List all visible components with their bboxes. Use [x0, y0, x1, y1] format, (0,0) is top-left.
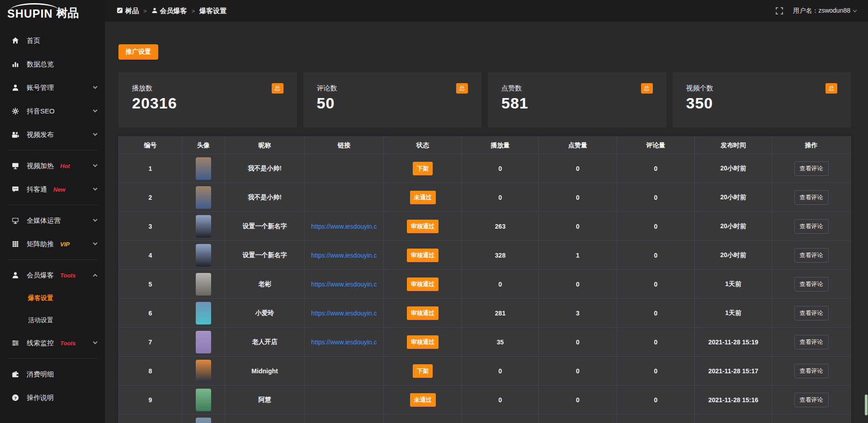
sidebar-item-account-manage[interactable]: 账号管理: [0, 76, 105, 99]
cell-comments: 0: [617, 299, 695, 328]
sidebar-item-label: 全媒体运营: [27, 216, 61, 225]
avatar[interactable]: [196, 389, 211, 411]
view-comments-button[interactable]: 查看评论: [794, 306, 829, 320]
cell-comments: 0: [617, 212, 695, 241]
cell-time: 2021-11-28 15:16: [695, 385, 772, 414]
cell-comments: 0: [617, 154, 695, 183]
avatar[interactable]: [196, 215, 211, 238]
cell-status: 未通过: [384, 183, 462, 212]
scrollbar-thumb[interactable]: [865, 395, 868, 415]
avatar[interactable]: [196, 331, 211, 353]
sidebar-item-video-publish[interactable]: 视频发布: [0, 123, 105, 146]
avatar[interactable]: [196, 244, 211, 267]
topbar: 树品 > 会员爆客 > 爆客设置 用户名：zswodun88: [105, 0, 868, 22]
cell-nickname: 我不是小帅!: [225, 154, 305, 183]
fullscreen-icon[interactable]: [776, 7, 783, 14]
sidebar-subitem-activity-settings[interactable]: 活动设置: [0, 309, 105, 331]
sidebar-item-media-operation[interactable]: 全媒体运营: [0, 209, 105, 232]
sidebar-item-consume-detail[interactable]: 消费明细: [0, 362, 105, 386]
view-comments-button[interactable]: 查看评论: [794, 335, 829, 349]
cell-id: 7: [119, 328, 182, 357]
stats-row: 播放数 20316 总 评论数 50 总 点赞数 581 总 视频个数 350 …: [118, 72, 851, 127]
sidebar-item-matrix-boost[interactable]: 矩阵助推 VIP: [0, 232, 105, 256]
status-badge[interactable]: 下架: [413, 162, 433, 175]
avatar[interactable]: [196, 360, 211, 382]
cell-action: 查看评论: [772, 270, 851, 299]
column-header: 操作: [772, 137, 851, 154]
sidebar: SHUPIN 树品 首页 数据总览 账号管理 抖音SEO 视频发布 视频加热: [0, 0, 105, 423]
sidebar-item-label: 数据总览: [27, 60, 54, 69]
cell-link: [305, 154, 384, 183]
wallet-icon: [11, 370, 20, 379]
video-link[interactable]: https://www.iesdouyin.c: [311, 338, 377, 346]
avatar[interactable]: [196, 186, 211, 209]
cell-link: https://www.iesdouyin.c: [305, 270, 384, 299]
view-comments-button[interactable]: 查看评论: [794, 161, 829, 176]
sidebar-item-clue-monitor[interactable]: 线索监控 Tools: [0, 331, 105, 355]
sidebar-item-data-overview[interactable]: 数据总览: [0, 52, 105, 76]
video-link[interactable]: https://www.iesdouyin.c: [311, 252, 377, 259]
cell-nickname: 小爱玲: [225, 299, 305, 328]
cell-likes: 0: [539, 328, 617, 357]
brand-name-cn: 树品: [56, 3, 79, 20]
view-comments-button[interactable]: 查看评论: [794, 190, 829, 205]
cell-time: 2021-11-28 15:17: [695, 357, 772, 385]
cell-plays: 0: [462, 270, 539, 299]
view-comments-button[interactable]: 查看评论: [794, 364, 829, 378]
cell-id: 4: [119, 241, 182, 270]
sidebar-item-home[interactable]: 首页: [0, 29, 105, 52]
avatar[interactable]: [196, 157, 211, 180]
status-badge[interactable]: 审核通过: [407, 220, 439, 233]
video-link[interactable]: https://www.iesdouyin.c: [311, 310, 377, 317]
cell-id: 8: [119, 357, 182, 385]
status-badge[interactable]: 审核通过: [407, 249, 439, 262]
cell-action: 查看评论: [772, 357, 851, 385]
cell-status: [384, 414, 462, 423]
sidebar-item-label: 操作说明: [27, 394, 54, 402]
sidebar-item-douketong[interactable]: 抖客通 New: [0, 178, 105, 201]
breadcrumb-item-home[interactable]: 树品: [117, 7, 139, 15]
user-menu[interactable]: 用户名：zswodun88: [793, 7, 856, 15]
avatar[interactable]: [196, 273, 211, 296]
status-badge[interactable]: 审核通过: [407, 277, 439, 291]
view-comments-button[interactable]: 查看评论: [794, 393, 829, 407]
column-header: 头像: [182, 137, 225, 154]
status-badge[interactable]: 未通过: [410, 191, 436, 204]
promo-settings-button[interactable]: 推广设置: [118, 44, 158, 60]
video-link[interactable]: https://www.iesdouyin.c: [311, 223, 377, 230]
sidebar-item-label: 视频发布: [27, 131, 54, 139]
breadcrumb-item-member[interactable]: 会员爆客: [151, 7, 187, 15]
status-badge[interactable]: 未通过: [410, 393, 436, 407]
view-comments-button[interactable]: 查看评论: [794, 277, 829, 291]
avatar[interactable]: [196, 418, 211, 423]
table-row: 1 我不是小帅! 下架 0 0 0 20小时前 查看评论: [119, 154, 851, 183]
sidebar-item-member-baoke[interactable]: 会员爆客 Tools: [0, 263, 105, 287]
cell-id: 2: [119, 183, 182, 212]
video-link[interactable]: https://www.iesdouyin.c: [311, 281, 377, 288]
status-badge[interactable]: 下架: [413, 364, 433, 378]
column-header: 点赞量: [539, 137, 617, 154]
cell-link: https://www.iesdouyin.c: [305, 328, 384, 357]
cell-time: 1天前: [695, 270, 772, 299]
sidebar-item-operation-help[interactable]: ? 操作说明: [0, 386, 105, 409]
status-badge[interactable]: 审核通过: [407, 335, 439, 349]
breadcrumb: 树品 > 会员爆客 > 爆客设置: [117, 7, 226, 15]
sidebar-item-douyin-seo[interactable]: 抖音SEO: [0, 99, 105, 123]
view-comments-button[interactable]: 查看评论: [794, 219, 829, 234]
sidebar-nav: 首页 数据总览 账号管理 抖音SEO 视频发布 视频加热 Hot 抖客通 New: [0, 23, 105, 409]
cell-link: [305, 385, 384, 414]
sidebar-item-video-heat[interactable]: 视频加热 Hot: [0, 154, 105, 178]
stat-total-badge: 总: [641, 83, 653, 94]
cell-avatar: [182, 385, 225, 414]
cell-link: https://www.iesdouyin.c: [305, 241, 384, 270]
chevron-icon: [93, 84, 98, 89]
stat-card: 播放数 20316 总: [118, 72, 297, 127]
stat-total-badge: 总: [456, 83, 468, 94]
cell-likes: 1: [539, 241, 617, 270]
cell-link: [305, 357, 384, 385]
cell-id: 3: [119, 212, 182, 241]
avatar[interactable]: [196, 302, 211, 324]
view-comments-button[interactable]: 查看评论: [794, 248, 829, 263]
sidebar-subitem-baoke-settings[interactable]: 爆客设置: [0, 287, 105, 309]
status-badge[interactable]: 审核通过: [407, 306, 439, 320]
